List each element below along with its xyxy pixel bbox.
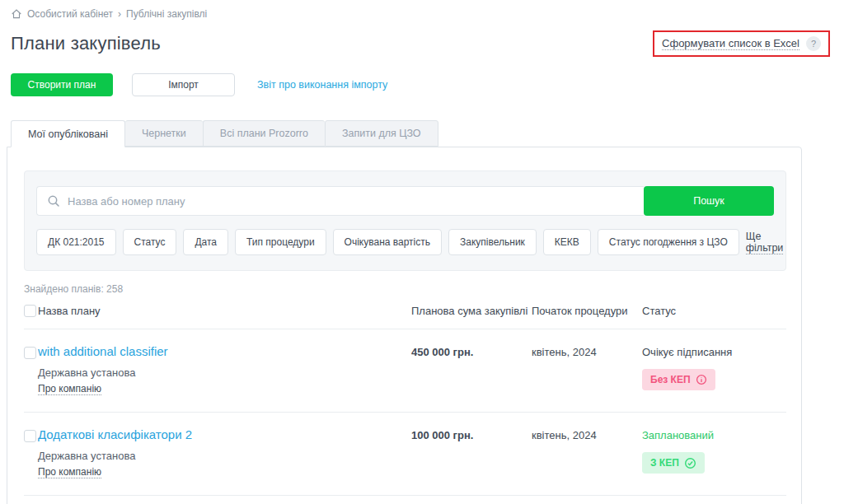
- filter-chip-3[interactable]: Тип процедури: [235, 229, 326, 255]
- plans-panel: Пошук ДК 021:2015СтатусДатаТип процедури…: [7, 147, 802, 504]
- excel-export-annotation-box: Сформувати список в Excel ?: [653, 30, 830, 57]
- procedure-start: квітень, 2024: [532, 344, 642, 358]
- tab-0[interactable]: Мої опубліковані: [11, 120, 125, 147]
- filter-chip-2[interactable]: Дата: [183, 229, 228, 255]
- kep-status-badge: З КЕП: [642, 452, 705, 474]
- export-excel-link[interactable]: Сформувати список в Excel: [662, 37, 799, 50]
- plans-page: Особистий кабінет › Публічні закупівлі П…: [0, 0, 844, 504]
- help-icon[interactable]: ?: [806, 36, 821, 51]
- planned-amount: 450 000 грн.: [411, 344, 532, 358]
- table-header-row: Назва плану Планова сума закупівлі Почат…: [24, 305, 786, 329]
- table-row: Додаткові класифікатори 100 000 грн. кві…: [24, 496, 786, 504]
- tab-1[interactable]: Чернетки: [125, 120, 203, 147]
- filter-chip-0[interactable]: ДК 021:2015: [36, 229, 116, 255]
- row-checkbox[interactable]: [24, 347, 36, 359]
- filter-chips-row: ДК 021:2015СтатусДатаТип процедуриОчікув…: [36, 229, 774, 255]
- organization-name: Державна установа: [38, 366, 411, 379]
- more-filters-link[interactable]: Ще фільтри: [746, 231, 784, 254]
- row-checkbox[interactable]: [24, 430, 36, 442]
- plan-name-link[interactable]: with additional classifier: [38, 344, 168, 358]
- column-header-name: Назва плану: [38, 305, 411, 317]
- breadcrumb: Особистий кабінет › Публічні закупівлі: [11, 8, 844, 20]
- column-header-start: Початок процедури: [532, 305, 642, 317]
- column-header-amount: Планова сума закупівлі: [411, 305, 532, 317]
- status-cell: Очікує підписання Без КЕП: [642, 344, 786, 390]
- results-count: Знайдено планів: 258: [24, 283, 786, 295]
- plan-name-link[interactable]: Додаткові класифікатори 2: [38, 427, 192, 441]
- select-all-checkbox[interactable]: [24, 305, 36, 317]
- search-icon: [47, 194, 60, 208]
- check-icon: [684, 457, 696, 469]
- search-input-wrap: [36, 186, 644, 216]
- import-report-link[interactable]: Звіт про виконання імпорту: [257, 79, 387, 91]
- header-row: Плани закупівель Сформувати список в Exc…: [11, 30, 844, 57]
- table-body: with additional classifier Державна уста…: [24, 329, 786, 504]
- about-company-link[interactable]: Про компанію: [38, 466, 101, 478]
- status-text: Запланований: [642, 429, 786, 441]
- search-filter-box: Пошук ДК 021:2015СтатусДатаТип процедури…: [24, 170, 786, 271]
- planned-amount: 100 000 грн.: [411, 427, 532, 441]
- search-input[interactable]: [68, 195, 635, 208]
- filter-chip-5[interactable]: Закупівельник: [448, 229, 537, 255]
- status-cell: Запланований З КЕП: [642, 427, 786, 474]
- table-row: Додаткові класифікатори 2 Державна устан…: [24, 413, 786, 496]
- import-button[interactable]: Імпорт: [132, 73, 235, 96]
- page-title: Плани закупівель: [11, 33, 161, 54]
- status-text: Очікує підписання: [642, 346, 786, 358]
- badge-label: Без КЕП: [650, 374, 691, 385]
- table-row: with additional classifier Державна уста…: [24, 329, 786, 413]
- plan-name-cell: with additional classifier Державна уста…: [38, 344, 411, 395]
- column-header-status: Статус: [642, 305, 786, 317]
- filter-chip-1[interactable]: Статус: [123, 229, 177, 255]
- info-icon: [696, 374, 707, 385]
- home-icon[interactable]: [11, 8, 22, 20]
- plan-name-cell: Додаткові класифікатори 2 Державна устан…: [38, 427, 411, 478]
- tab-2[interactable]: Всі плани Prozorro: [203, 120, 325, 147]
- organization-name: Державна установа: [38, 450, 411, 462]
- breadcrumb-separator: ›: [118, 8, 121, 20]
- about-company-link[interactable]: Про компанію: [38, 383, 101, 395]
- breadcrumb-item-cabinet[interactable]: Особистий кабінет: [27, 8, 113, 20]
- search-button[interactable]: Пошук: [644, 186, 774, 216]
- breadcrumb-item-public-procurement[interactable]: Публічні закупівлі: [126, 8, 207, 20]
- filter-chip-4[interactable]: Очікувана вартість: [333, 229, 442, 255]
- badge-label: З КЕП: [650, 457, 679, 469]
- tab-3[interactable]: Запити для ЦЗО: [325, 120, 438, 147]
- create-plan-button[interactable]: Створити план: [11, 73, 113, 96]
- kep-status-badge: Без КЕП: [642, 369, 715, 390]
- filter-chip-7[interactable]: Статус погодження з ЦЗО: [598, 229, 739, 255]
- filter-chip-6[interactable]: КЕКВ: [543, 229, 591, 255]
- search-row: Пошук: [36, 186, 774, 216]
- tabs: Мої опублікованіЧернеткиВсі плани Prozor…: [11, 120, 844, 147]
- actions-row: Створити план Імпорт Звіт про виконання …: [11, 73, 844, 96]
- procedure-start: квітень, 2024: [532, 427, 642, 441]
